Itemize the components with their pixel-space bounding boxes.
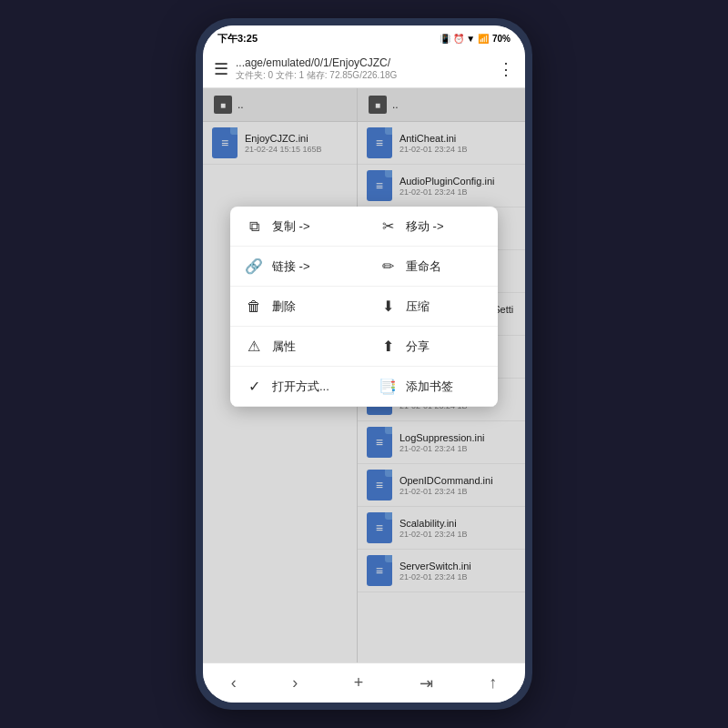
nav-back[interactable]: ‹ [220, 668, 248, 698]
menu-item-compress[interactable]: ⬇ 压缩 [364, 287, 498, 327]
status-right: 📳 ⏰ ▼ 📶 70% [440, 34, 511, 44]
menu-label-compress: 压缩 [406, 298, 430, 315]
menu-label-copy: 复制 -> [272, 218, 310, 235]
menu-icon-move: ✂ [379, 217, 397, 235]
phone-screen: 下午3:25 📳 ⏰ ▼ 📶 70% ☰ ...age/emulated/0/1… [203, 25, 525, 703]
nav-forward[interactable]: › [281, 668, 308, 698]
menu-icon-compress: ⬇ [379, 298, 397, 315]
menu-icon-delete: 🗑 [245, 298, 263, 315]
status-time: 下午3:25 [217, 32, 258, 46]
menu-item-delete[interactable]: 🗑 删除 [230, 287, 364, 327]
menu-item-open-with[interactable]: ✓ 打开方式... [230, 367, 364, 407]
menu-icon-bookmark: 📑 [379, 378, 397, 395]
status-icons: 📳 ⏰ ▼ 📶 [440, 34, 489, 44]
top-bar-title: ...age/emulated/0/1/EnjoyCJZC/ 文件夹: 0 文件… [236, 56, 490, 82]
menu-label-bookmark: 添加书签 [406, 379, 453, 395]
menu-label-properties: 属性 [272, 339, 296, 355]
menu-icon-copy: ⧉ [245, 218, 263, 235]
path-text: ...age/emulated/0/1/EnjoyCJZC/ [236, 56, 490, 69]
context-menu-overlay[interactable]: ⧉ 复制 -> ✂ 移动 -> 🔗 链接 -> ✏ 重命名 🗑 删除 ⬇ 压缩 … [203, 88, 525, 662]
file-content: ■ .. ≡ EnjoyCJZC.ini 21-02-24 15:15 165B [203, 88, 525, 662]
bottom-nav: ‹ › + ⇥ ↑ [203, 662, 525, 703]
status-battery: 70% [492, 34, 511, 44]
phone-frame: 下午3:25 📳 ⏰ ▼ 📶 70% ☰ ...age/emulated/0/1… [196, 18, 532, 710]
status-left: 下午3:25 [217, 32, 258, 46]
menu-item-move[interactable]: ✂ 移动 -> [364, 207, 498, 247]
menu-icon-share: ⬆ [379, 338, 397, 355]
menu-label-link: 链接 -> [272, 258, 310, 275]
menu-item-properties[interactable]: ⚠ 属性 [230, 327, 364, 367]
menu-item-link[interactable]: 🔗 链接 -> [230, 247, 364, 287]
more-icon[interactable]: ⋮ [498, 59, 514, 79]
path-info: 文件夹: 0 文件: 1 储存: 72.85G/226.18G [236, 69, 490, 82]
menu-label-open-with: 打开方式... [272, 379, 329, 395]
menu-item-bookmark[interactable]: 📑 添加书签 [364, 367, 498, 407]
menu-label-delete: 删除 [272, 298, 296, 315]
context-menu-grid: ⧉ 复制 -> ✂ 移动 -> 🔗 链接 -> ✏ 重命名 🗑 删除 ⬇ 压缩 … [230, 207, 498, 407]
top-bar: ☰ ...age/emulated/0/1/EnjoyCJZC/ 文件夹: 0 … [203, 51, 525, 88]
menu-label-move: 移动 -> [406, 218, 444, 235]
menu-item-copy[interactable]: ⧉ 复制 -> [230, 207, 364, 247]
menu-icon-link: 🔗 [245, 258, 263, 275]
menu-icon[interactable]: ☰ [214, 59, 228, 79]
menu-label-rename: 重命名 [406, 258, 441, 275]
menu-label-share: 分享 [406, 339, 430, 355]
menu-item-rename[interactable]: ✏ 重命名 [364, 247, 498, 287]
nav-redirect[interactable]: ⇥ [409, 668, 444, 699]
nav-add[interactable]: + [343, 668, 375, 698]
menu-icon-open-with: ✓ [245, 378, 263, 395]
menu-icon-properties: ⚠ [245, 338, 263, 355]
menu-item-share[interactable]: ⬆ 分享 [364, 327, 498, 367]
context-menu: ⧉ 复制 -> ✂ 移动 -> 🔗 链接 -> ✏ 重命名 🗑 删除 ⬇ 压缩 … [230, 207, 498, 407]
nav-up[interactable]: ↑ [478, 668, 508, 698]
menu-icon-rename: ✏ [379, 258, 397, 275]
status-bar: 下午3:25 📳 ⏰ ▼ 📶 70% [203, 25, 525, 51]
